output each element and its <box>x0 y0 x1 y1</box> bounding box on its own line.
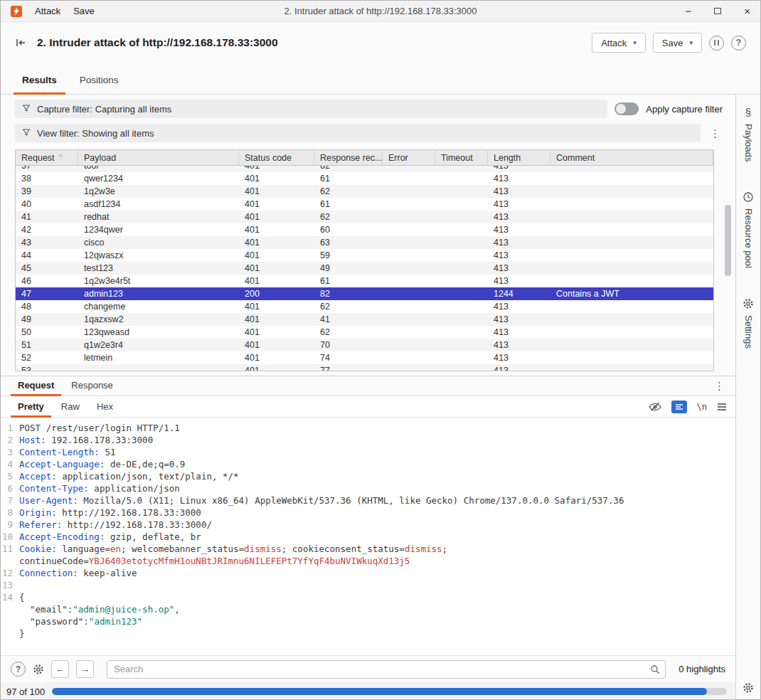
tab-results[interactable]: Results <box>12 68 67 94</box>
cell-response: 62 <box>314 185 383 198</box>
cell-response: 62 <box>314 326 383 339</box>
prev-match-button[interactable]: ← <box>51 660 69 678</box>
table-row-53[interactable]: 5340177413 <box>16 364 713 371</box>
back-arrow-icon[interactable] <box>15 37 27 48</box>
save-button[interactable]: Save ▾ <box>653 33 702 53</box>
table-row-41[interactable]: 41redhat40162413 <box>16 211 713 223</box>
sidebar-item-payloads[interactable]: § Payloads <box>743 106 754 161</box>
editor-settings-menu-icon[interactable] <box>717 403 727 411</box>
line-text: Host: 192.168.178.33:3000 <box>19 434 728 446</box>
view-filter-bar[interactable]: View filter: Showing all items <box>15 124 701 142</box>
capture-filter-row: Capture filter: Capturing all items Appl… <box>15 100 723 118</box>
cell-payload: 12qwaszx <box>78 249 239 262</box>
cell-status: 401 <box>239 172 314 185</box>
message-editor: Request Response ⋮ Pretty Raw Hex <box>1 376 735 655</box>
page-title: 2. Intruder attack of http://192.168.178… <box>37 36 278 49</box>
line-text <box>19 579 728 591</box>
column-header-response-rec[interactable]: Response rec... <box>314 150 383 165</box>
sidebar-item-settings[interactable]: Settings <box>743 298 754 349</box>
cell-request: 37 <box>16 166 78 172</box>
table-row-44[interactable]: 4412qwaszx40159413 <box>16 249 713 262</box>
settings-gear-icon[interactable] <box>743 682 754 694</box>
hide-headers-icon[interactable] <box>649 402 661 412</box>
editor-menu-icon[interactable]: ⋮ <box>712 381 727 391</box>
line-text: POST /rest/user/login HTTP/1.1 <box>19 422 728 434</box>
table-row-47[interactable]: 47admin123200821244Contains a JWT <box>16 287 713 300</box>
sidebar-item-resource-pool[interactable]: Resource pool <box>743 191 754 268</box>
request-content[interactable]: 1POST /rest/user/login HTTP/1.12Host: 19… <box>1 418 735 655</box>
column-header-status-code[interactable]: Status code <box>239 150 314 165</box>
tab-raw[interactable]: Raw <box>53 398 88 417</box>
tab-pretty[interactable]: Pretty <box>9 398 53 417</box>
table-row-42[interactable]: 421234qwer40160413 <box>16 223 713 236</box>
cell-payload: 123qweasd <box>78 326 239 339</box>
column-header-error[interactable]: Error <box>383 150 435 165</box>
table-row-48[interactable]: 48changeme40162413 <box>16 300 713 313</box>
cell-timeout <box>435 249 488 262</box>
gear-icon <box>743 298 754 309</box>
table-row-52[interactable]: 52letmein40174413 <box>16 351 713 364</box>
search-input[interactable] <box>107 660 666 679</box>
apply-capture-toggle[interactable] <box>614 102 639 115</box>
table-row-37[interactable]: 37toor40162413 <box>16 166 713 172</box>
table-row-51[interactable]: 51q1w2e3r440170413 <box>16 339 713 351</box>
cell-status: 401 <box>239 249 314 262</box>
results-scrollbar-thumb[interactable] <box>725 205 731 276</box>
cell-response: 41 <box>314 313 383 326</box>
search-help-button[interactable]: ? <box>11 662 26 677</box>
table-row-40[interactable]: 40asdf123440161413 <box>16 198 713 211</box>
minimize-button[interactable]: − <box>685 6 691 16</box>
view-filter-menu-icon[interactable]: ⋮ <box>708 128 723 139</box>
cell-timeout <box>435 287 488 300</box>
status-bar: 97 of 100 <box>1 682 735 700</box>
table-row-45[interactable]: 45test12340149413 <box>16 262 713 275</box>
line-number: 4 <box>1 458 19 470</box>
line-text: { "email":"admin@juice-sh.op", "password… <box>19 591 728 640</box>
column-header-payload[interactable]: Payload <box>78 150 239 165</box>
table-row-50[interactable]: 50123qweasd40162413 <box>16 326 713 339</box>
column-header-timeout[interactable]: Timeout <box>435 150 488 165</box>
tab-response[interactable]: Response <box>63 376 122 396</box>
pause-button[interactable] <box>709 36 724 51</box>
menu-save[interactable]: Save <box>73 6 95 16</box>
cell-request: 40 <box>16 198 78 211</box>
tab-request[interactable]: Request <box>9 376 63 396</box>
cell-response: 60 <box>314 223 383 236</box>
maximize-icon <box>714 8 721 14</box>
table-row-43[interactable]: 43cisco40163413 <box>16 236 713 249</box>
cell-request: 49 <box>16 313 78 326</box>
menu-attack[interactable]: Attack <box>35 6 60 16</box>
syntax-highlight-toggle-icon[interactable] <box>671 401 687 413</box>
help-button[interactable]: ? <box>731 36 746 51</box>
table-row-46[interactable]: 461q2w3e4r5t40161413 <box>16 275 713 287</box>
line-text: Accept-Language: de-DE,de;q=0.9 <box>19 458 728 470</box>
cell-timeout <box>435 339 488 351</box>
next-match-button[interactable]: → <box>76 660 94 678</box>
cell-timeout <box>435 313 488 326</box>
cell-error <box>383 364 435 371</box>
cell-response: 77 <box>314 364 383 371</box>
cell-timeout <box>435 236 488 249</box>
cell-status: 401 <box>239 262 314 275</box>
table-row-38[interactable]: 38qwer123440161413 <box>16 172 713 185</box>
close-button[interactable]: × <box>744 6 750 16</box>
newline-toggle-icon[interactable]: \n <box>697 402 707 412</box>
code-line: 2Host: 192.168.178.33:3000 <box>1 434 728 446</box>
cell-comment <box>550 166 713 172</box>
table-row-49[interactable]: 491qazxsw240141413 <box>16 313 713 326</box>
table-row-39[interactable]: 391q2w3e40162413 <box>16 185 713 198</box>
cell-status: 401 <box>239 275 314 287</box>
column-header-request[interactable]: Request^ <box>16 150 78 165</box>
column-header-length[interactable]: Length <box>488 150 550 165</box>
pause-icon <box>714 40 719 46</box>
cell-request: 39 <box>16 185 78 198</box>
search-settings-gear-icon[interactable] <box>33 664 44 675</box>
tab-hex[interactable]: Hex <box>88 398 122 417</box>
attack-button[interactable]: Attack ▾ <box>592 33 646 53</box>
tab-positions[interactable]: Positions <box>70 68 129 94</box>
cell-length: 413 <box>488 275 550 287</box>
maximize-button[interactable] <box>714 8 721 14</box>
cell-comment <box>550 185 713 198</box>
capture-filter-bar[interactable]: Capture filter: Capturing all items <box>15 100 607 118</box>
column-header-comment[interactable]: Comment <box>550 150 713 165</box>
